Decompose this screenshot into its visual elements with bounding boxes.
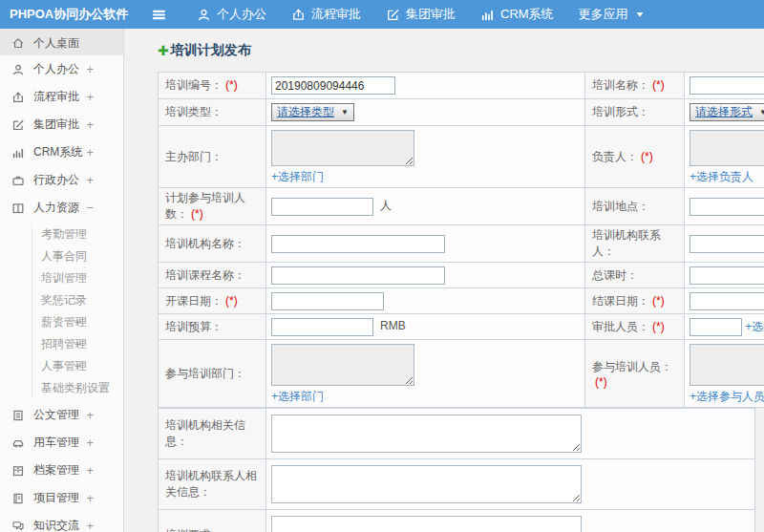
expand-icon[interactable]: +: [74, 382, 81, 395]
field-label: 培训类型：: [165, 105, 223, 118]
edit-icon: [386, 8, 400, 22]
edit-icon: [11, 118, 25, 132]
sidebar-item-vehicle-mgmt[interactable]: 用车管理 +: [0, 429, 123, 457]
sidebar-item-document-mgmt[interactable]: 公文管理 +: [0, 401, 123, 429]
planned-participants-input[interactable]: [271, 198, 373, 216]
expand-icon[interactable]: +: [74, 316, 81, 330]
expand-icon[interactable]: +: [74, 360, 81, 373]
expand-icon[interactable]: +: [86, 117, 94, 132]
nav-crm[interactable]: CRM系统: [480, 6, 554, 23]
select-participants-link[interactable]: +选择参与人员: [690, 389, 764, 405]
org-contact-input[interactable]: [690, 235, 764, 253]
budget-input[interactable]: [271, 318, 373, 336]
sidebar-item-group-approval[interactable]: 集团审批 +: [0, 111, 123, 138]
select-approver-link[interactable]: +选择审批人: [745, 319, 764, 332]
top-header: PHPOA协同办公软件 个人办公 流程审批 集团审批 CRM系统 更多应用: [0, 0, 764, 29]
nav-more-apps[interactable]: 更多应用: [579, 6, 645, 23]
sidebar-item-personal-desktop[interactable]: 个人桌面: [0, 29, 123, 55]
sidebar-item-workflow-approval[interactable]: 流程审批 +: [0, 83, 123, 111]
dropdown-arrow-icon: ▼: [759, 108, 764, 117]
expand-icon[interactable]: +: [86, 408, 94, 422]
org-name-input[interactable]: [271, 235, 445, 253]
nav-group-approval[interactable]: 集团审批: [386, 6, 456, 23]
select-dept-link[interactable]: +选择部门: [271, 389, 324, 405]
chat-icon: [11, 520, 25, 532]
org-info-textarea[interactable]: [271, 415, 582, 453]
sidebar-item-admin-office[interactable]: 行政办公 +: [0, 166, 123, 194]
chart-icon: [11, 146, 25, 160]
sidebar-item-project-mgmt[interactable]: 项目管理 +: [0, 484, 123, 512]
sidebar-item-label: 流程审批: [33, 89, 79, 105]
field-label: 培训形式：: [592, 105, 649, 118]
field-label: 培训机构名称：: [165, 237, 245, 250]
sidebar-subitem-reward-record[interactable]: 奖惩记录: [32, 289, 123, 311]
menu-toggle-button[interactable]: [151, 7, 172, 23]
sidebar-item-label: 集团审批: [33, 117, 79, 133]
training-require-textarea[interactable]: [271, 516, 582, 532]
expand-icon[interactable]: +: [86, 90, 94, 104]
sidebar-subitem-base-category[interactable]: 基础类别设置 +: [32, 377, 123, 399]
course-name-input[interactable]: [271, 266, 445, 285]
field-label: 主办部门：: [165, 150, 223, 163]
required-mark: (*): [595, 375, 607, 389]
sidebar-subitem-personnel[interactable]: 人事管理 +: [32, 355, 123, 377]
training-no-input[interactable]: [271, 76, 395, 95]
expand-icon[interactable]: +: [86, 463, 94, 478]
nav-personal-office[interactable]: 个人办公: [197, 6, 266, 23]
end-date-input[interactable]: [690, 292, 764, 310]
participate-dept-textarea[interactable]: [271, 344, 414, 386]
sidebar-item-label: 公文管理: [33, 407, 79, 423]
form-table-top: 培训编号：(*) 培训名称：(*) 培训类型： 请选择类型 ▼ 培训形式：: [158, 72, 764, 408]
select-value: 请选择形式: [695, 104, 753, 120]
training-form-select[interactable]: 请选择形式 ▼: [690, 103, 764, 121]
training-type-select[interactable]: 请选择类型 ▼: [271, 103, 354, 121]
chart-icon: [480, 8, 495, 22]
sidebar-item-personal-office[interactable]: 个人办公 +: [0, 55, 123, 83]
sidebar-item-crm[interactable]: CRM系统 +: [0, 138, 123, 166]
start-date-input[interactable]: [271, 292, 384, 310]
upload-icon: [291, 8, 306, 22]
total-hours-input[interactable]: [690, 266, 764, 285]
sidebar-subitem-salary[interactable]: 薪资管理 +: [32, 311, 123, 333]
sidebar-subitem-training[interactable]: 培训管理: [32, 267, 123, 289]
nav-label: CRM系统: [500, 6, 554, 23]
briefcase-icon: [11, 174, 25, 187]
nav-workflow-approval[interactable]: 流程审批: [291, 6, 361, 23]
sidebar-hr-submenu: 考勤管理 人事合同 培训管理 奖惩记录 薪资管理 + 招聘管理 + 人事管理 +: [32, 223, 123, 399]
hamburger-icon: [151, 7, 167, 23]
form-table-bottom: 培训机构相关信息： 培训机构联系人相关信息： 培训要求： 附件文档： +附件上传: [158, 408, 755, 532]
field-label: 培训名称：: [592, 78, 649, 92]
participants-textarea[interactable]: [690, 344, 764, 386]
expand-icon[interactable]: +: [86, 491, 94, 505]
sidebar-subitem-hr-contract[interactable]: 人事合同: [32, 245, 123, 267]
sidebar-subitem-recruitment[interactable]: 招聘管理 +: [32, 333, 123, 355]
sidebar-item-archive-mgmt[interactable]: 档案管理 +: [0, 457, 123, 484]
select-leader-link[interactable]: +选择负责人: [690, 169, 753, 185]
training-location-input[interactable]: [690, 198, 764, 216]
sidebar-item-hr[interactable]: 人力资源 −: [0, 194, 123, 222]
field-label: 开课日期：: [165, 294, 223, 308]
training-name-input[interactable]: [690, 76, 764, 95]
expand-icon[interactable]: +: [86, 436, 94, 450]
select-dept-link[interactable]: +选择部门: [271, 169, 324, 185]
nav-label: 更多应用: [579, 6, 628, 23]
sidebar-item-knowledge-exchange[interactable]: 知识交流 +: [0, 512, 123, 532]
leader-textarea[interactable]: [690, 130, 764, 166]
org-contact-info-textarea[interactable]: [271, 465, 582, 503]
expand-icon[interactable]: +: [86, 62, 94, 76]
main-content: ✚ 培训计划发布 培训编号：(*) 培训名称：(*) 培训类型： 请选择类型: [124, 29, 764, 532]
required-mark: (*): [225, 78, 238, 92]
host-dept-textarea[interactable]: [271, 130, 414, 166]
expand-icon[interactable]: +: [86, 145, 94, 160]
expand-icon[interactable]: +: [74, 338, 81, 351]
approver-input[interactable]: [690, 318, 742, 336]
page-title: ✚ 培训计划发布: [158, 42, 764, 59]
expand-icon[interactable]: +: [86, 173, 94, 187]
sidebar-subitem-attendance[interactable]: 考勤管理: [32, 223, 123, 245]
collapse-icon[interactable]: −: [86, 201, 94, 215]
expand-icon[interactable]: +: [86, 519, 94, 532]
car-icon: [11, 436, 25, 450]
training-plan-form: 培训编号：(*) 培训名称：(*) 培训类型： 请选择类型 ▼ 培训形式：: [158, 72, 764, 532]
field-label: 结课日期：: [592, 294, 649, 308]
select-value: 请选择类型: [277, 104, 334, 120]
